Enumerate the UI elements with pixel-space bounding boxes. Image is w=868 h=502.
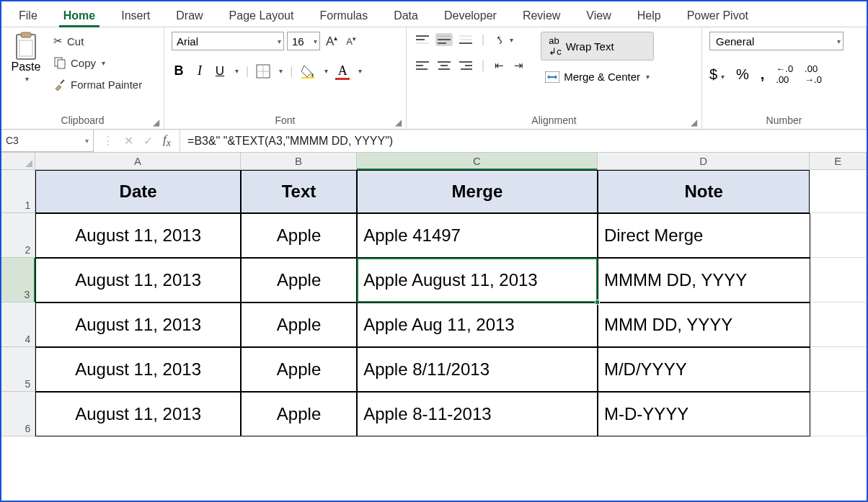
accounting-format-button[interactable]: $ ▾: [709, 66, 725, 83]
tab-page-layout[interactable]: Page Layout: [216, 4, 307, 27]
tab-power-pivot[interactable]: Power Pivot: [674, 4, 761, 27]
tab-insert[interactable]: Insert: [108, 4, 163, 27]
row-header-2[interactable]: 2: [1, 213, 35, 258]
formula-bar[interactable]: =B3&" "&TEXT(A3,"MMMM DD, YYYY"): [180, 130, 867, 152]
number-format-select[interactable]: ▾: [709, 32, 843, 50]
cell-E3[interactable]: [810, 258, 867, 302]
row-header-5[interactable]: 5: [1, 347, 35, 392]
enter-formula-button[interactable]: ✓: [143, 134, 153, 148]
cell-E5[interactable]: [810, 347, 867, 392]
increase-decimal-button[interactable]: ←.0.00: [776, 63, 793, 85]
decrease-indent-button[interactable]: ⇤: [492, 58, 507, 73]
cell-D3[interactable]: MMMM DD, YYYY: [598, 258, 810, 302]
col-header-E[interactable]: E: [810, 153, 867, 170]
cell-D2[interactable]: Direct Merge: [598, 213, 810, 258]
cell-B1[interactable]: Text: [241, 170, 357, 213]
borders-button[interactable]: [256, 64, 270, 79]
align-center-button[interactable]: [435, 59, 453, 72]
cell-C2[interactable]: Apple 41497: [357, 213, 598, 258]
cell-C6[interactable]: Apple 8-11-2013: [357, 392, 598, 436]
cell-B6[interactable]: Apple: [241, 392, 357, 436]
tab-file[interactable]: File: [6, 4, 50, 27]
increase-font-size-button[interactable]: A▴: [323, 32, 340, 50]
font-name-input[interactable]: [172, 32, 284, 50]
paste-button[interactable]: Paste ▾: [9, 32, 43, 83]
comma-format-button[interactable]: ,: [761, 66, 765, 83]
fill-handle[interactable]: [595, 300, 600, 305]
font-launcher[interactable]: ◢: [393, 117, 403, 127]
cell-E1[interactable]: [810, 170, 867, 213]
cut-button[interactable]: ✂ Cut: [50, 33, 145, 49]
italic-button[interactable]: I: [193, 63, 206, 79]
align-left-button[interactable]: [414, 59, 431, 72]
cell-D1[interactable]: Note: [598, 170, 810, 213]
align-top-button[interactable]: [414, 33, 431, 46]
cell-B2[interactable]: Apple: [241, 213, 357, 258]
cell-E2[interactable]: [810, 213, 867, 258]
cell-A4[interactable]: August 11, 2013: [35, 302, 241, 347]
bold-button[interactable]: B: [172, 63, 186, 79]
cell-E4[interactable]: [810, 302, 867, 347]
tab-review[interactable]: Review: [510, 4, 573, 27]
copy-button[interactable]: Copy ▾: [50, 55, 145, 71]
tab-view[interactable]: View: [573, 4, 624, 27]
cell-B5[interactable]: Apple: [241, 347, 357, 392]
merge-center-button[interactable]: Merge & Center ▾: [541, 68, 654, 86]
clipboard-launcher[interactable]: ◢: [151, 117, 161, 127]
cell-C3[interactable]: Apple August 11, 2013: [357, 258, 598, 302]
formula-bar-row: C3 ▾ ⋮ ✕ ✓ fx =B3&" "&TEXT(A3,"MMMM DD, …: [1, 130, 867, 153]
decrease-font-size-button[interactable]: A▾: [343, 34, 359, 48]
row-header-6[interactable]: 6: [1, 392, 35, 436]
align-bottom-button[interactable]: [457, 33, 474, 46]
tab-help[interactable]: Help: [624, 4, 674, 27]
cancel-formula-button[interactable]: ✕: [124, 134, 133, 148]
alignment-launcher[interactable]: ◢: [688, 117, 699, 127]
orientation-button[interactable]: ⤣▾: [492, 32, 516, 48]
tab-home[interactable]: Home: [50, 4, 108, 27]
align-middle-button[interactable]: [435, 33, 453, 46]
align-right-button[interactable]: [457, 59, 474, 72]
cell-C4[interactable]: Apple Aug 11, 2013: [357, 302, 598, 347]
cell-B4[interactable]: Apple: [241, 302, 357, 347]
select-all-corner[interactable]: [1, 153, 35, 170]
col-header-B[interactable]: B: [241, 153, 357, 170]
name-box[interactable]: C3 ▾: [1, 130, 94, 152]
cell-D5[interactable]: M/D/YYYY: [598, 347, 810, 392]
row-header-4[interactable]: 4: [1, 302, 35, 347]
cell-A2[interactable]: August 11, 2013: [35, 213, 241, 258]
cell-C5[interactable]: Apple 8/11/2013: [357, 347, 598, 392]
cell-D4[interactable]: MMM DD, YYYY: [598, 302, 810, 347]
tab-developer[interactable]: Developer: [431, 4, 510, 27]
cell-D6[interactable]: M-D-YYYY: [598, 392, 810, 436]
underline-button[interactable]: U: [213, 64, 226, 79]
row-header-1[interactable]: 1: [1, 170, 35, 213]
group-label-font: Font: [172, 115, 399, 127]
increase-indent-button[interactable]: ⇥: [511, 58, 526, 73]
font-name-select[interactable]: ▾: [172, 32, 284, 50]
worksheet: A B C D E 1 Date Text Merge Note 2 Augus…: [1, 153, 867, 436]
fill-color-button[interactable]: [300, 64, 316, 79]
tab-formulas[interactable]: Formulas: [306, 4, 381, 27]
wrap-text-button[interactable]: ab↲c Wrap Text: [541, 32, 654, 60]
cell-E6[interactable]: [810, 392, 867, 436]
font-size-input[interactable]: [287, 32, 320, 50]
row-header-3[interactable]: 3: [1, 258, 35, 302]
cell-B3[interactable]: Apple: [241, 258, 357, 302]
tab-draw[interactable]: Draw: [163, 4, 216, 27]
col-header-D[interactable]: D: [598, 153, 810, 170]
number-format-input[interactable]: [709, 32, 843, 50]
percent-format-button[interactable]: %: [736, 66, 749, 83]
cell-A5[interactable]: August 11, 2013: [35, 347, 241, 392]
decrease-decimal-button[interactable]: .00→.0: [805, 63, 822, 85]
font-color-button[interactable]: A: [335, 63, 350, 79]
cell-A1[interactable]: Date: [35, 170, 241, 213]
tab-data[interactable]: Data: [381, 4, 431, 27]
col-header-C[interactable]: C: [357, 153, 598, 170]
cell-A6[interactable]: August 11, 2013: [35, 392, 241, 436]
format-painter-button[interactable]: Format Painter: [50, 76, 145, 92]
cell-A3[interactable]: August 11, 2013: [35, 258, 241, 302]
fx-icon[interactable]: fx: [163, 133, 171, 149]
font-size-select[interactable]: ▾: [287, 32, 320, 50]
cell-C1[interactable]: Merge: [357, 170, 598, 213]
col-header-A[interactable]: A: [35, 153, 241, 170]
